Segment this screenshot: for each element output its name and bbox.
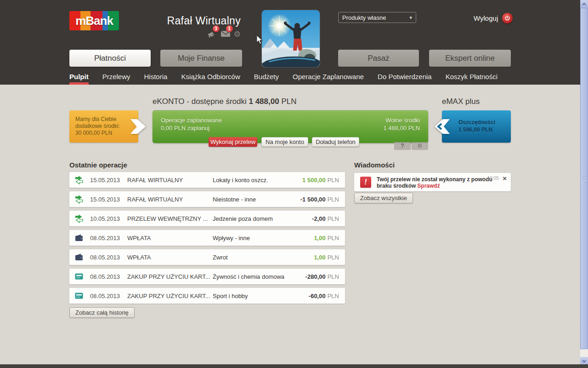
transaction-category: Zwrot (213, 254, 294, 261)
transaction-row[interactable]: 08.05.2013 WPŁATA Wpływy - inne 1,00PLN (69, 230, 345, 246)
transaction-row[interactable]: 15.05.2013 RAFAŁ WIRTUALNY Nieistotne - … (69, 191, 345, 207)
transaction-payee: PRZELEW WEWNĘTRZNY ... (127, 215, 213, 222)
scroll-up-button[interactable] (580, 0, 588, 8)
operations-title: Ostatnie operacje (69, 161, 127, 169)
logo-text: mBank (69, 11, 119, 30)
mbank-dashboard: mBank Rafał Wirtualny 3 1 (0, 0, 588, 368)
message-text: Twój przelew nie został wykonany z powod… (377, 173, 496, 189)
transaction-amount: -1 500,00PLN (300, 196, 345, 203)
account-headline: eKONTO - dostępne środki 1 488,00 PLN (153, 97, 296, 106)
wallet-icon (74, 253, 84, 262)
transaction-row[interactable]: 08.05.2013 WPŁATA Zwrot 1,00PLN (69, 249, 345, 265)
transaction-category: Lokaty i konto oszcz. (213, 177, 294, 184)
main-tab-3[interactable]: Pasaż (338, 50, 419, 67)
transaction-category: Sport i hobby (213, 293, 294, 299)
transfer-icon (74, 175, 84, 184)
settings-gear-icon[interactable]: ⚙ (234, 30, 241, 39)
svg-text:+: + (133, 123, 137, 131)
power-icon (502, 13, 513, 23)
mbank-logo[interactable]: mBank (69, 11, 119, 30)
user-icons: 3 1 ⚙ (153, 30, 241, 39)
transaction-row[interactable]: 08.05.2013 ZAKUP PRZY UŻYCIU KART... Spo… (69, 288, 345, 304)
announcements-badge: 3 (213, 25, 220, 32)
close-icon[interactable]: × (503, 174, 507, 182)
transaction-payee: WPŁATA (127, 235, 213, 242)
transaction-row[interactable]: 08.05.2013 ZAKUP PRZY UŻYCIU KART... Żyw… (69, 269, 345, 284)
chevron-down-icon: ▾ (409, 15, 412, 21)
transaction-payee: RAFAŁ WIRTUALNY (127, 177, 213, 184)
transaction-date: 08.05.2013 (90, 273, 127, 280)
see-full-history-button[interactable]: Zobacz całą historię (69, 307, 135, 318)
transaction-row[interactable]: 10.05.2013 PRZELEW WEWNĘTRZNY ... Jedzen… (69, 211, 345, 226)
to-my-account-button[interactable]: Na moje konto (261, 137, 308, 147)
products-dropdown-value: Produkty własne (342, 14, 386, 21)
bottom-strip (0, 364, 588, 368)
transaction-amount: -2,00PLN (312, 215, 345, 222)
subnav-item-1[interactable]: Pulpit (69, 73, 89, 80)
user-block: Rafał Wirtualny 3 1 ⚙ (153, 15, 241, 39)
transaction-date: 08.05.2013 (90, 293, 127, 299)
main-tab-4[interactable]: Ekspert online (429, 50, 511, 67)
make-transfer-button[interactable]: Wykonaj przelew (209, 137, 257, 147)
transaction-row[interactable]: 15.05.2013 RAFAŁ WIRTUALNY Lokaty i kont… (69, 172, 345, 188)
subnav-item-4[interactable]: Książka Odbiorców (181, 73, 240, 80)
arrow-left-icon[interactable] (433, 117, 450, 138)
message-time: 10:05 (487, 176, 499, 181)
sub-nav: PulpitPrzelewyHistoriaKsiążka OdbiorcówB… (69, 73, 498, 80)
free-funds: Wolne środki 1 488,00 PLN (383, 116, 420, 132)
scroll-down-button[interactable] (580, 357, 588, 365)
subnav-item-3[interactable]: Historia (144, 73, 168, 80)
avatar[interactable] (262, 10, 320, 67)
scrollbar-thumb[interactable] (580, 8, 588, 349)
main-tab-1[interactable]: Płatności (69, 50, 151, 67)
transfer-icon (74, 214, 84, 223)
offer-panel[interactable]: Mamy dla Ciebie dodatkowe środki: 30 000… (69, 110, 138, 143)
messages-title: Wiadomości (354, 161, 511, 169)
offer-amount: 30 000,00 PLN (75, 130, 126, 137)
operations-list: 15.05.2013 RAFAŁ WIRTUALNY Lokaty i kont… (69, 172, 345, 318)
see-all-messages-button[interactable]: Zobacz wszystkie (354, 193, 413, 203)
products-dropdown[interactable]: Produkty własne ▾ (338, 12, 416, 23)
savings-panel[interactable]: Oszczędności 1 506,00 PLN (442, 110, 511, 143)
scrollbar-grip (582, 177, 586, 181)
mouse-cursor (256, 35, 263, 46)
transaction-amount: 1,00PLN (314, 235, 345, 242)
account-summary-panel: Operacje zaplanowane 0,00 PLN zaplanuj W… (153, 110, 428, 143)
transaction-payee: ZAKUP PRZY UŻYCIU KART... (127, 293, 213, 299)
subnav-item-8[interactable]: Koszyk Płatności (446, 73, 498, 80)
transaction-category: Nieistotne - inne (213, 196, 294, 203)
planned-operations: Operacje zaplanowane 0,00 PLN zaplanuj (161, 116, 222, 132)
transaction-payee: RAFAŁ WIRTUALNY (127, 196, 213, 203)
plan-link[interactable]: zaplanuj (187, 125, 209, 132)
help-button[interactable]: ? (394, 142, 411, 150)
subnav-item-2[interactable]: Przelewy (102, 73, 130, 80)
scrollbar (580, 0, 588, 365)
arrow-right-icon[interactable]: + (130, 117, 147, 138)
main-tab-2[interactable]: Moje Finanse (160, 50, 242, 67)
message-check-link[interactable]: Sprawdź (417, 183, 440, 189)
transaction-amount: -60,00PLN (309, 293, 345, 299)
transaction-amount: -280,00PLN (305, 273, 345, 280)
subnav-item-5[interactable]: Budżety (254, 73, 279, 80)
transaction-category: Żywność i chemia domowa (213, 273, 294, 280)
alert-icon: ! (360, 177, 371, 188)
subnav-item-6[interactable]: Operacje Zaplanowane (293, 73, 364, 80)
transaction-category: Jedzenie poza domem (213, 215, 294, 222)
logout-label: Wyloguj (474, 14, 498, 22)
transaction-payee: ZAKUP PRZY UŻYCIU KART... (127, 273, 213, 280)
announcements-icon[interactable]: 3 (207, 30, 217, 39)
transaction-amount: 1 500,00PLN (302, 177, 345, 184)
transaction-date: 08.05.2013 (90, 254, 127, 261)
message-card[interactable]: ! Twój przelew nie został wykonany z pow… (354, 173, 511, 191)
transaction-date: 15.05.2013 (90, 196, 127, 203)
panel-settings-button[interactable]: ⚙ (412, 142, 428, 150)
messages-section: Wiadomości ! Twój przelew nie został wyk… (354, 161, 511, 203)
topup-phone-button[interactable]: Doładuj telefon (312, 137, 359, 147)
card-icon (74, 272, 84, 281)
logout-button[interactable]: Wyloguj (474, 13, 513, 23)
mail-icon[interactable]: 1 (220, 30, 231, 39)
subnav-item-7[interactable]: Do Potwierdzenia (378, 73, 432, 80)
transaction-date: 08.05.2013 (90, 235, 127, 242)
mail-badge: 1 (226, 25, 233, 32)
transaction-amount: 1,00PLN (314, 254, 345, 261)
